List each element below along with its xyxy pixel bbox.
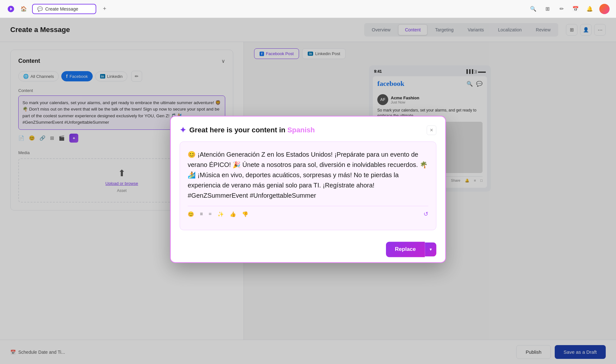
modal-footer: Replace ▾ [180,236,436,262]
add-tab-button[interactable]: + [100,4,109,13]
modal-refresh-icon[interactable]: ↺ [424,211,428,218]
replace-button[interactable]: Replace [386,242,425,257]
modal-align-icon[interactable]: ≡ [200,211,203,217]
edit-icon[interactable]: ✏ [557,4,566,13]
user-avatar[interactable] [599,4,610,14]
modal-language: Spanish [287,126,315,134]
calendar-icon[interactable]: 📅 [571,4,580,13]
modal-toolbar-left: 😊 ≡ = ✨ 👍 👎 [188,211,248,217]
bell-icon[interactable]: 🔔 [585,4,594,13]
modal-enhance-icon[interactable]: ✨ [218,211,224,217]
modal-title: ✦ Great here is your content in Spanish [180,126,315,135]
modal-sparkle-icon: ✦ [180,126,186,135]
tab-message-icon: 💬 [37,6,43,12]
modal-format-icon[interactable]: = [209,211,211,217]
translated-text: 😊 ¡Atención Generación Z en los Estados … [188,149,428,201]
grid-icon[interactable]: ⊞ [543,4,552,13]
browser-logo [6,4,15,13]
search-icon[interactable]: 🔍 [529,4,538,13]
modal-content-box: 😊 ¡Atención Generación Z en los Estados … [180,141,436,230]
modal-close-button[interactable]: × [427,125,436,135]
translation-modal: ✦ Great here is your content in Spanish … [170,116,446,263]
modal-emoji-icon[interactable]: 😊 [188,211,194,217]
modal-thumbup-icon[interactable]: 👍 [230,211,236,217]
modal-toolbar: 😊 ≡ = ✨ 👍 👎 ↺ [188,206,428,222]
tab-label: Create Message [45,6,78,12]
browser-actions: 🔍 ⊞ ✏ 📅 🔔 [529,4,610,14]
browser-tab[interactable]: 💬 Create Message [32,4,96,14]
modal-thumbdown-icon[interactable]: 👎 [242,211,248,217]
modal-header: ✦ Great here is your content in Spanish … [180,125,436,135]
browser-chrome: 🏠 💬 Create Message + 🔍 ⊞ ✏ 📅 🔔 [0,0,616,18]
replace-dropdown-button[interactable]: ▾ [425,242,436,256]
home-icon[interactable]: 🏠 [19,4,28,13]
modal-title-text: Great here is your content in Spanish [189,126,315,134]
